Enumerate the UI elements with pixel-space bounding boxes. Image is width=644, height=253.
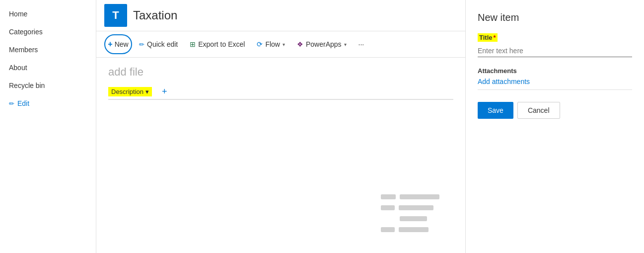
- header-area: T Taxation: [96, 0, 465, 31]
- sidebar: Home Categories Members About Recycle bi…: [0, 0, 96, 253]
- description-column-header[interactable]: Description ▾: [108, 87, 152, 96]
- placeholder-content: [381, 194, 460, 238]
- attachments-label: Attachments: [478, 67, 632, 75]
- placeholder-bar: [399, 227, 429, 232]
- new-item-title: New item: [478, 12, 632, 23]
- new-button[interactable]: + New: [104, 34, 132, 54]
- main-content: T Taxation + New ✏ Quick edit ⊞ Export t…: [96, 0, 465, 253]
- content-area: add file Description ▾ +: [96, 58, 465, 253]
- sidebar-item-edit[interactable]: ✏ Edit: [0, 94, 96, 112]
- power-apps-button[interactable]: ❖ PowerApps ▾: [292, 37, 352, 51]
- right-panel: New item Title* Attachments Add attachme…: [465, 0, 644, 253]
- flow-button[interactable]: ⟳ Flow ▾: [252, 37, 290, 51]
- sidebar-item-recycle-bin[interactable]: Recycle bin: [0, 77, 96, 94]
- plus-icon: +: [108, 40, 112, 49]
- edit-label: Edit: [17, 99, 29, 107]
- power-apps-icon: ❖: [297, 40, 303, 48]
- quick-edit-icon: ✏: [139, 41, 144, 48]
- excel-icon: ⊞: [190, 40, 196, 48]
- new-label: New: [115, 40, 129, 48]
- sidebar-item-members[interactable]: Members: [0, 41, 96, 59]
- power-apps-label: PowerApps: [306, 40, 342, 48]
- quick-edit-label: Quick edit: [147, 40, 178, 48]
- description-label: Description: [111, 88, 143, 95]
- title-field-label: Title*: [478, 33, 632, 42]
- power-apps-chevron-icon: ▾: [344, 42, 347, 47]
- more-button[interactable]: ···: [354, 37, 369, 51]
- pencil-icon: ✏: [9, 100, 14, 107]
- title-input[interactable]: [478, 45, 632, 57]
- flow-icon: ⟳: [257, 40, 263, 48]
- export-to-excel-label: Export to Excel: [198, 40, 245, 48]
- title-highlighted-label: Title*: [478, 33, 498, 42]
- save-button[interactable]: Save: [478, 102, 513, 119]
- toolbar: + New ✏ Quick edit ⊞ Export to Excel ⟳ F…: [96, 31, 465, 58]
- description-chevron-icon: ▾: [145, 88, 149, 95]
- button-row: Save Cancel: [478, 102, 632, 119]
- add-column-button[interactable]: +: [162, 86, 167, 97]
- placeholder-bar: [400, 194, 439, 199]
- placeholder-bar: [399, 205, 433, 210]
- cancel-button[interactable]: Cancel: [517, 102, 560, 119]
- placeholder-bar: [381, 205, 395, 210]
- more-icon: ···: [358, 40, 364, 48]
- placeholder-bar: [381, 194, 396, 199]
- quick-edit-button[interactable]: ✏ Quick edit: [134, 37, 183, 51]
- sidebar-item-home[interactable]: Home: [0, 5, 96, 23]
- placeholder-bar: [400, 216, 427, 221]
- list-header: Description ▾ +: [108, 86, 453, 100]
- placeholder-block: [381, 205, 460, 221]
- flow-label: Flow: [265, 40, 280, 48]
- list-icon: T: [104, 4, 127, 27]
- add-attachments-link[interactable]: Add attachments: [478, 78, 632, 90]
- page-title: Taxation: [133, 8, 177, 22]
- sidebar-item-categories[interactable]: Categories: [0, 23, 96, 41]
- sidebar-item-about[interactable]: About: [0, 59, 96, 77]
- export-to-excel-button[interactable]: ⊞ Export to Excel: [185, 37, 250, 51]
- flow-chevron-icon: ▾: [283, 42, 285, 47]
- add-file-label: add file: [108, 66, 453, 79]
- placeholder-bar: [381, 227, 395, 232]
